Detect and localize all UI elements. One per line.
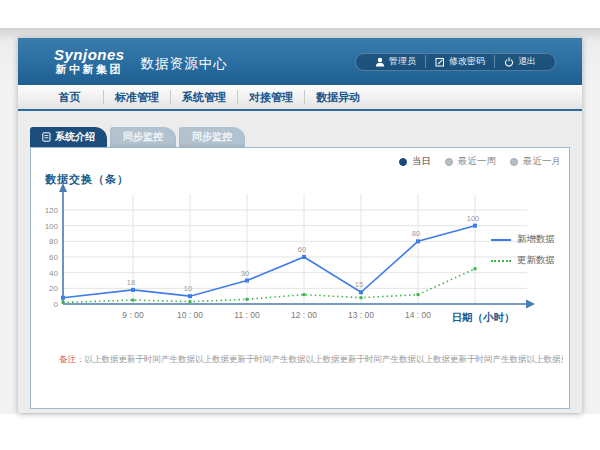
svg-text:15: 15 <box>355 280 363 289</box>
svg-text:10: 10 <box>184 284 192 293</box>
svg-text:13 : 00: 13 : 00 <box>348 310 374 320</box>
content-area: 系统介绍 同步监控 同步监控 当日 最近一周 <box>18 111 582 411</box>
svg-text:60: 60 <box>49 253 58 262</box>
svg-text:9 : 00: 9 : 00 <box>122 310 144 320</box>
svg-text:100: 100 <box>467 214 480 223</box>
nav-item-data-change[interactable]: 数据异动 <box>304 90 371 104</box>
svg-text:14 : 00: 14 : 00 <box>405 310 431 320</box>
app-window: Synjones 新中新集团 数据资源中心 管理员 修改 <box>18 38 582 413</box>
page-title: 数据资源中心 <box>141 51 228 73</box>
line-chart: 0204060801001209 : 0010 : 0011 : 0012 : … <box>31 148 571 408</box>
legend-label: 新增数据 <box>517 233 555 246</box>
svg-text:10 : 00: 10 : 00 <box>177 310 203 320</box>
nav-item-system-mgmt[interactable]: 系统管理 <box>170 90 237 104</box>
legend-label: 更新数据 <box>517 254 555 267</box>
tab-system-intro[interactable]: 系统介绍 <box>30 127 107 147</box>
brand-logo: Synjones 新中新集团 <box>54 47 125 75</box>
footnote: 备注：以上数据更新于时间产生数据以上数据更新于时间产生数据以上数据更新于时间产生… <box>59 354 563 366</box>
svg-text:60: 60 <box>298 245 306 254</box>
nav-item-connection-mgmt[interactable]: 对接管理 <box>237 90 304 104</box>
chart-legend: 新增数据 更新数据 <box>491 233 563 267</box>
legend-line-dotted-icon <box>491 260 511 262</box>
change-password-label: 修改密码 <box>449 55 485 68</box>
user-icon <box>375 57 385 67</box>
user-name-label: 管理员 <box>389 55 416 68</box>
svg-text:80: 80 <box>49 237 58 246</box>
logout-label: 退出 <box>518 55 536 68</box>
tab-sync-monitor-2[interactable]: 同步监控 <box>179 127 245 147</box>
tab-label: 同步监控 <box>123 130 163 144</box>
legend-line-solid-icon <box>491 239 511 241</box>
document-icon <box>42 132 51 142</box>
svg-text:20: 20 <box>49 284 58 293</box>
svg-text:40: 40 <box>49 269 58 278</box>
main-nav: 首页 标准管理 系统管理 对接管理 数据异动 <box>18 85 582 111</box>
svg-text:0: 0 <box>54 300 59 309</box>
footnote-text: 以上数据更新于时间产生数据以上数据更新于时间产生数据以上数据更新于时间产生数据以… <box>85 354 564 364</box>
user-name[interactable]: 管理员 <box>366 55 425 68</box>
tab-label: 系统介绍 <box>55 130 95 144</box>
logout-button[interactable]: 退出 <box>494 55 545 68</box>
svg-text:日期（小时）: 日期（小时） <box>452 311 515 324</box>
nav-item-home[interactable]: 首页 <box>36 90 103 104</box>
tab-sync-monitor-1[interactable]: 同步监控 <box>110 127 176 147</box>
chart-panel: 当日 最近一周 最近一月 数据交换（条） 0204060801001209 : … <box>30 147 570 409</box>
change-password-button[interactable]: 修改密码 <box>425 55 494 68</box>
svg-text:18: 18 <box>127 278 135 287</box>
page: Synjones 新中新集团 数据资源中心 管理员 修改 <box>0 0 600 450</box>
power-icon <box>504 57 514 67</box>
svg-text:12 : 00: 12 : 00 <box>291 310 317 320</box>
svg-text:30: 30 <box>241 269 249 278</box>
brand-logo-subtext: 新中新集团 <box>54 64 125 76</box>
edit-icon <box>435 57 445 67</box>
tab-bar: 系统介绍 同步监控 同步监控 <box>30 127 570 147</box>
svg-text:11 : 00: 11 : 00 <box>234 310 260 320</box>
brand-logo-text: Synjones <box>54 47 125 63</box>
footnote-label: 备注： <box>59 354 85 364</box>
tab-label: 同步监控 <box>192 130 232 144</box>
user-menu: 管理员 修改密码 退出 <box>355 53 556 71</box>
nav-item-standard-mgmt[interactable]: 标准管理 <box>103 90 170 104</box>
svg-text:120: 120 <box>45 206 59 215</box>
svg-text:80: 80 <box>412 229 420 238</box>
app-header: Synjones 新中新集团 数据资源中心 管理员 修改 <box>18 38 582 85</box>
legend-item-update-data: 更新数据 <box>491 254 563 267</box>
legend-item-new-data: 新增数据 <box>491 233 563 246</box>
svg-text:100: 100 <box>45 222 59 231</box>
